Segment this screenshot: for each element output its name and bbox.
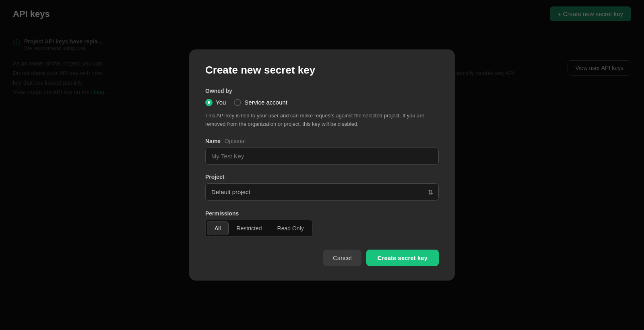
owned-by-radio-group: You Service account	[205, 99, 439, 106]
project-select-wrapper: Default project ⇅	[205, 183, 439, 201]
radio-you[interactable]	[205, 99, 213, 106]
modal-title: Create new secret key	[205, 64, 439, 76]
permissions-label: Permissions	[205, 210, 439, 217]
permissions-tab-read-only[interactable]: Read Only	[270, 221, 311, 235]
radio-service-account-label: Service account	[244, 99, 287, 106]
radio-service-account[interactable]	[234, 99, 241, 106]
radio-you-label: You	[216, 99, 226, 106]
create-secret-key-button[interactable]: Create secret key	[366, 250, 439, 266]
owned-by-label: Owned by	[205, 88, 439, 94]
radio-option-you[interactable]: You	[205, 99, 226, 106]
radio-option-service-account[interactable]: Service account	[234, 99, 287, 106]
permissions-tabs: All Restricted Read Only	[205, 220, 313, 237]
permissions-tab-restricted[interactable]: Restricted	[229, 221, 269, 235]
project-field-label: Project	[205, 174, 439, 180]
cancel-button[interactable]: Cancel	[323, 250, 361, 266]
modal-overlay: Create new secret key Owned by You Servi…	[0, 0, 644, 330]
create-secret-key-modal: Create new secret key Owned by You Servi…	[189, 49, 455, 281]
owned-by-description: This API key is tied to your user and ca…	[205, 112, 439, 129]
name-input[interactable]	[205, 148, 439, 165]
modal-footer: Cancel Create secret key	[205, 250, 439, 266]
name-optional-label: Optional	[225, 138, 246, 144]
name-field-label: Name Optional	[205, 138, 439, 144]
project-select[interactable]: Default project	[205, 183, 439, 201]
permissions-tab-all[interactable]: All	[207, 221, 229, 235]
